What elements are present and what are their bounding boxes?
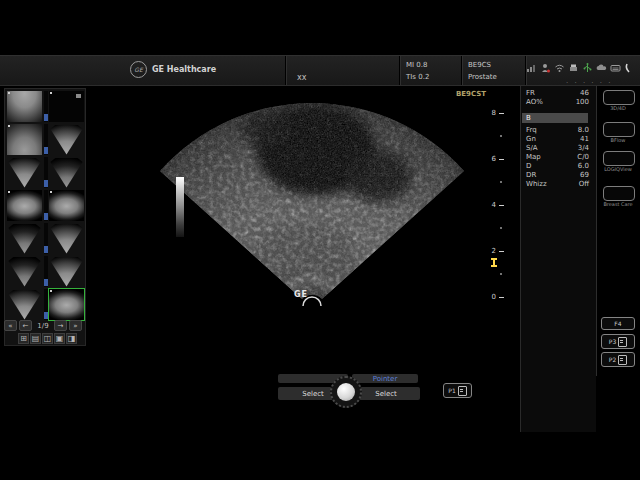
softkey-3d4d-button[interactable] (603, 90, 635, 105)
vendor-mark: GE (294, 290, 308, 299)
thumbnail[interactable] (49, 124, 84, 155)
softkey-breastcare-button[interactable] (603, 186, 635, 201)
first-page-button[interactable]: « (4, 320, 17, 331)
softkey-bflow-button[interactable] (603, 122, 635, 137)
export-icon[interactable]: ◨ (66, 333, 77, 344)
title-bar: GE GE Healthcare xx MI 0.8 TIs 0.2 BE9CS… (0, 55, 640, 86)
clip-indicator (44, 223, 48, 254)
panel-divider (596, 86, 597, 376)
clip-indicator (44, 256, 48, 287)
acoustic-output-indices: MI 0.8 TIs 0.2 (406, 59, 429, 83)
depth-tick-label: 2 (486, 247, 496, 255)
depth-tick-label: 8 (486, 109, 496, 117)
clip-indicator (44, 190, 48, 221)
cloud-icon (596, 62, 607, 74)
signal-bars-icon (526, 62, 537, 74)
thumbnail[interactable] (7, 124, 42, 155)
depth-tick-label: 4 (486, 201, 496, 209)
operator-id: xx (297, 73, 306, 82)
param-dr: DR69 (526, 171, 589, 180)
thumbnail[interactable] (7, 289, 42, 320)
preset-name: Prostate (468, 71, 497, 83)
frame-rate: FR46 (526, 89, 589, 98)
overflow-dots: . . . . . . (566, 77, 612, 85)
handset-icon (624, 62, 635, 74)
grayscale-bar (176, 177, 184, 237)
clip-indicator (44, 289, 48, 320)
thumbnail[interactable] (7, 190, 42, 221)
softkey-logiqview-label: LOGIQView (596, 166, 640, 172)
image-clipboard (4, 88, 86, 346)
thumbnail[interactable] (7, 256, 42, 287)
depth-tick-label: 0 (486, 293, 496, 301)
store-icon (618, 355, 627, 365)
softkey-3d4d-label: 3D/4D (596, 105, 640, 111)
page-indicator: 1/9 (34, 322, 52, 330)
parameter-panel: FR46 AO%100 B Frq8.0 Gn41 S/A3/4 MapC/0 … (520, 86, 596, 432)
probe-label: BE9CST (456, 90, 486, 98)
clipboard-pager: « ← 1/9 → » (4, 319, 86, 332)
param-whizz: WhizzOff (526, 180, 589, 189)
param-map: MapC/0 (526, 153, 589, 162)
layout-grid-icon[interactable]: ⊞ (18, 333, 29, 344)
trackball-indicator (337, 383, 355, 401)
delete-icon[interactable]: ▤ (30, 333, 41, 344)
document-icon (618, 337, 627, 347)
person-icon (540, 62, 551, 74)
clip-indicator (44, 91, 48, 122)
brand: GE GE Healthcare (130, 61, 216, 78)
softkey-breastcare-label: Breast Care (596, 201, 640, 207)
printer-icon (568, 62, 579, 74)
p2-button[interactable]: P2 (601, 352, 635, 367)
trackball-pointer-button[interactable]: Pointer (352, 374, 418, 383)
archive-icon[interactable]: ◫ (42, 333, 53, 344)
clipboard-toolbar: ⊞ ▤ ◫ ▣ ◨ (18, 333, 78, 345)
depth-tick-label: 6 (486, 155, 496, 163)
probe-preset: BE9CS Prostate (468, 59, 497, 83)
thumbnail[interactable] (7, 157, 42, 188)
softkey-bflow-label: BFlow (596, 137, 640, 143)
prev-page-button[interactable]: ← (19, 320, 32, 331)
mode-b-row: B (522, 113, 588, 123)
thumbnail[interactable] (49, 223, 84, 254)
focus-marker (491, 258, 497, 267)
probe-name: BE9CS (468, 59, 497, 71)
last-page-button[interactable]: » (69, 320, 82, 331)
network-icon (582, 62, 593, 74)
param-sa: S/A3/4 (526, 144, 589, 153)
thumbnail[interactable] (49, 190, 84, 221)
param-frq: Frq8.0 (526, 126, 589, 135)
thumbnail[interactable] (49, 256, 84, 287)
print-icon (458, 386, 467, 396)
thumbnail[interactable] (7, 223, 42, 254)
ultrasound-screen: GE GE Healthcare xx MI 0.8 TIs 0.2 BE9CS… (0, 0, 640, 480)
softkey-logiqview-button[interactable] (603, 151, 635, 166)
thumbnail[interactable] (49, 157, 84, 188)
brand-name: GE Healthcare (152, 65, 216, 74)
clip-indicator (44, 157, 48, 188)
trackball-select-right-button[interactable]: Select (352, 387, 420, 400)
next-page-button[interactable]: → (54, 320, 67, 331)
param-gn: Gn41 (526, 135, 589, 144)
display-icon[interactable]: ▣ (54, 333, 65, 344)
keyboard-icon (610, 62, 621, 74)
clip-indicator (44, 124, 48, 155)
thumbnail-selected[interactable] (49, 289, 84, 320)
acoustic-output: AO%100 (526, 98, 589, 107)
status-icon-tray (526, 62, 635, 74)
p3-button[interactable]: P3 (601, 334, 635, 349)
f4-button[interactable]: F4 (601, 317, 635, 330)
param-depth: D6.0 (526, 162, 589, 171)
p1-button[interactable]: P1 (443, 383, 472, 398)
thumbnail[interactable] (49, 91, 84, 122)
wifi-icon (554, 62, 565, 74)
thumbnail[interactable] (7, 91, 42, 122)
ge-logo-icon: GE (130, 61, 147, 78)
